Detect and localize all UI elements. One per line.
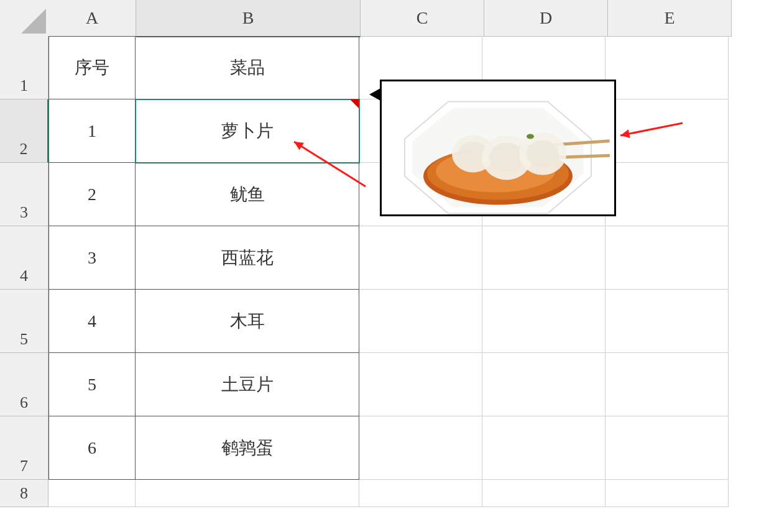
cell-A7[interactable]: 6	[48, 416, 136, 480]
cell-E6[interactable]	[606, 353, 729, 416]
svg-point-14	[527, 134, 534, 139]
svg-marker-0	[21, 9, 46, 34]
row-header-5[interactable]: 5	[0, 290, 48, 353]
cell-B1[interactable]: 菜品	[136, 36, 359, 99]
comment-indicator-icon[interactable]	[350, 99, 359, 108]
cell-A5[interactable]: 4	[48, 290, 136, 353]
cell-A1[interactable]: 序号	[48, 36, 136, 99]
cell-A6[interactable]: 5	[48, 353, 136, 416]
row-header-2[interactable]: 2	[0, 99, 48, 163]
arrow-to-cell	[287, 134, 373, 196]
select-all-corner[interactable]	[0, 0, 49, 37]
row-header-7[interactable]: 7	[0, 416, 48, 480]
arrow-to-popup	[613, 116, 690, 145]
cell-E4[interactable]	[606, 226, 729, 290]
cell-E7[interactable]	[606, 416, 729, 480]
cell-A4[interactable]: 3	[48, 226, 136, 290]
row-headers: 12345678	[0, 36, 48, 507]
cell-D8[interactable]	[482, 480, 606, 507]
svg-line-15	[294, 142, 366, 186]
cell-E5[interactable]	[606, 290, 729, 353]
food-image	[386, 89, 610, 220]
cell-B6[interactable]: 土豆片	[136, 353, 359, 416]
cell-A8[interactable]	[48, 480, 136, 507]
row-header-4[interactable]: 4	[0, 226, 48, 290]
cell-C7[interactable]	[359, 416, 482, 480]
spreadsheet: ABCDE 12345678 序号菜品1萝卜片2鱿鱼3西蓝花4木耳5土豆片6鹌鹑…	[0, 0, 769, 532]
cell-D5[interactable]	[482, 290, 606, 353]
col-header-E[interactable]: E	[608, 0, 732, 37]
cell-C8[interactable]	[359, 480, 482, 507]
row-header-8[interactable]: 8	[0, 480, 48, 507]
cell-C4[interactable]	[359, 226, 482, 290]
svg-point-13	[527, 140, 559, 168]
cell-B8[interactable]	[136, 480, 359, 507]
row-header-3[interactable]: 3	[0, 163, 48, 226]
svg-marker-18	[620, 129, 630, 138]
cell-B4[interactable]: 西蓝花	[136, 226, 359, 290]
svg-point-11	[489, 143, 524, 173]
cell-E1[interactable]	[606, 36, 729, 99]
cell-A3[interactable]: 2	[48, 163, 136, 226]
cell-B5[interactable]: 木耳	[136, 290, 359, 353]
comment-tail-icon	[369, 88, 380, 101]
comment-popup[interactable]	[380, 80, 616, 216]
cell-D7[interactable]	[482, 416, 606, 480]
col-header-A[interactable]: A	[48, 0, 136, 37]
row-header-6[interactable]: 6	[0, 353, 48, 416]
col-header-C[interactable]: C	[361, 0, 484, 37]
cell-A2[interactable]: 1	[48, 99, 136, 163]
col-header-D[interactable]: D	[484, 0, 608, 37]
cell-B7[interactable]: 鹌鹑蛋	[136, 416, 359, 480]
cell-E3[interactable]	[606, 163, 729, 226]
cell-C6[interactable]	[359, 353, 482, 416]
cell-D4[interactable]	[482, 226, 606, 290]
cell-E8[interactable]	[606, 480, 729, 507]
svg-line-17	[620, 123, 683, 135]
column-headers: ABCDE	[48, 0, 769, 36]
col-header-B[interactable]: B	[136, 0, 361, 37]
cell-C5[interactable]	[359, 290, 482, 353]
row-header-1[interactable]: 1	[0, 36, 48, 99]
cell-D6[interactable]	[482, 353, 606, 416]
